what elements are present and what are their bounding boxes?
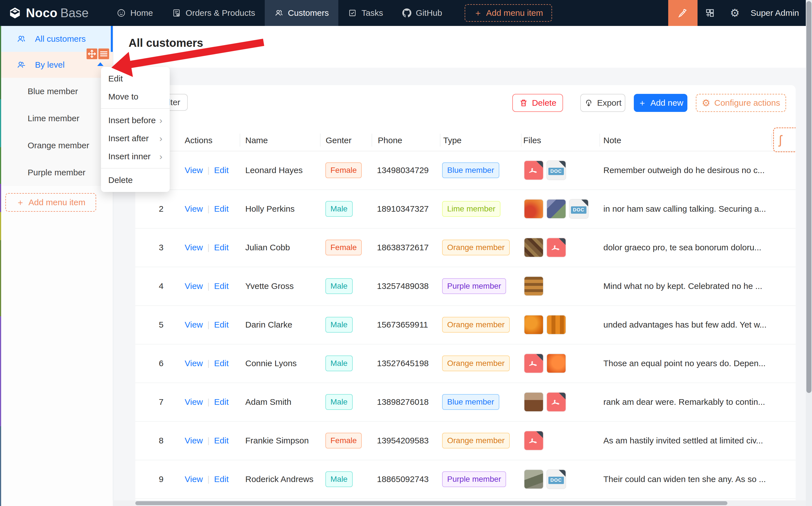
member-type-tag: Lime member: [442, 201, 500, 217]
menu-item-insert-inner[interactable]: Insert inner›: [101, 148, 170, 165]
nav-item-customers[interactable]: Customers: [265, 0, 338, 26]
image-orange-fruit-thumbnail[interactable]: [546, 353, 566, 373]
menu-item-move-to[interactable]: Move to: [101, 88, 170, 106]
user-menu[interactable]: Super Admin: [747, 8, 812, 18]
top-navbar: Noco Base HomeOrders & ProductsCustomers…: [0, 0, 812, 26]
image-cafe-thumbnail[interactable]: [524, 469, 544, 489]
image-oranges-thumbnail[interactable]: [524, 315, 544, 335]
delete-button-label: Delete: [532, 98, 557, 108]
view-link[interactable]: View: [185, 281, 203, 291]
view-link[interactable]: View: [185, 436, 203, 445]
image-coffee-thumbnail[interactable]: [524, 392, 544, 412]
vertical-scrollbar-thumb[interactable]: [806, 1, 811, 393]
edit-link[interactable]: Edit: [214, 281, 229, 291]
export-button[interactable]: Export: [580, 94, 625, 112]
edit-link[interactable]: Edit: [214, 320, 229, 330]
edit-link[interactable]: Edit: [214, 397, 229, 407]
menu-item-label: Edit: [108, 74, 123, 83]
table-header-row: ʃ ActionsNameGenterPhoneTypeFilesNote: [135, 130, 796, 151]
brand-logo[interactable]: Noco Base: [0, 6, 99, 20]
settings-button[interactable]: ⚙: [722, 0, 747, 26]
navbar-add-menu-item-button[interactable]: ＋ Add menu item: [465, 4, 552, 22]
sidebar-sub-item-lime-member[interactable]: Lime member: [0, 105, 113, 132]
menu-item-insert-before[interactable]: Insert before›: [101, 111, 170, 130]
edit-link[interactable]: Edit: [214, 358, 229, 368]
pdf-file-icon[interactable]: [546, 238, 566, 257]
view-link[interactable]: View: [185, 320, 203, 330]
row-actions: View|Edit: [185, 151, 229, 189]
sidebar-sub-item-purple-member[interactable]: Purple member: [0, 159, 113, 186]
sidebar-item-by-level[interactable]: By level: [0, 52, 113, 78]
drag-move-icon[interactable]: [87, 49, 97, 59]
column-separator: [240, 134, 240, 147]
column-header-name[interactable]: Name: [245, 130, 268, 151]
nav-item-tasks[interactable]: Tasks: [338, 0, 393, 26]
view-link[interactable]: View: [185, 358, 203, 368]
edit-link[interactable]: Edit: [214, 243, 229, 252]
column-separator: [772, 134, 772, 147]
menu-item-edit[interactable]: Edit: [101, 70, 170, 88]
sidebar-sub-item-blue-member[interactable]: Blue member: [0, 78, 113, 105]
ui-editor-button[interactable]: [668, 0, 698, 26]
row-number: 4: [147, 267, 164, 305]
image-grapes-thumbnail[interactable]: [546, 199, 566, 219]
delete-button[interactable]: Delete: [512, 94, 563, 112]
phone-number: 13498034729: [377, 151, 429, 189]
view-link[interactable]: View: [185, 397, 203, 407]
customer-name: Darin Clarke: [245, 305, 293, 344]
image-cookies-thumbnail[interactable]: [524, 276, 544, 296]
horizontal-scrollbar[interactable]: [113, 500, 806, 506]
doc-file-icon[interactable]: DOC: [569, 199, 589, 219]
nav-item-github[interactable]: GitHub: [393, 0, 452, 26]
view-link[interactable]: View: [185, 204, 203, 214]
sidebar-add-menu-item-button[interactable]: ＋ Add menu item: [5, 193, 96, 212]
image-fruit-thumbnail[interactable]: [524, 199, 544, 219]
type-cell: Lime member: [442, 189, 500, 228]
pdf-file-icon[interactable]: [546, 392, 566, 412]
add-new-button[interactable]: ＋ Add new: [634, 94, 687, 112]
column-header-type[interactable]: Type: [443, 130, 462, 151]
edit-link[interactable]: Edit: [214, 165, 229, 175]
menu-item-insert-after[interactable]: Insert after›: [101, 130, 170, 148]
pdf-file-icon[interactable]: [524, 353, 544, 373]
view-link[interactable]: View: [185, 243, 203, 252]
doc-file-icon[interactable]: DOC: [546, 160, 566, 180]
orders-icon: [172, 8, 181, 17]
menu-item-delete[interactable]: Delete: [101, 171, 170, 189]
configure-columns-button[interactable]: ʃ: [773, 128, 796, 152]
table-row: 9View|EditRoderick AndrewsMale1886509274…: [135, 460, 796, 499]
pdf-file-icon[interactable]: [524, 431, 544, 450]
image-food-thumbnail[interactable]: [524, 238, 544, 257]
sidebar-item-label: By level: [35, 60, 65, 70]
doc-file-icon[interactable]: DOC: [546, 469, 566, 489]
nav-item-label: Home: [130, 8, 153, 18]
user-group-minus-icon: [16, 60, 26, 70]
column-header-note[interactable]: Note: [603, 130, 621, 151]
desktop-edge-strip: [0, 26, 1, 506]
column-header-actions[interactable]: Actions: [185, 130, 212, 151]
edit-link[interactable]: Edit: [214, 475, 229, 484]
view-link[interactable]: View: [185, 475, 203, 484]
column-header-phone[interactable]: Phone: [378, 130, 402, 151]
column-header-gender[interactable]: Genter: [326, 130, 351, 151]
plugin-manager-button[interactable]: [698, 0, 722, 26]
nav-item-orders-products[interactable]: Orders & Products: [162, 0, 265, 26]
pdf-file-icon[interactable]: [524, 160, 544, 180]
image-oranges-crate-thumbnail[interactable]: [546, 315, 566, 335]
sidebar-item-all-customers[interactable]: All customers: [0, 26, 113, 52]
link-separator: |: [207, 358, 210, 368]
gender-tag: Male: [325, 317, 353, 333]
member-type-tag: Blue member: [442, 394, 499, 410]
link-separator: |: [207, 320, 210, 330]
view-link[interactable]: View: [185, 165, 203, 175]
gear-icon: ⚙: [702, 97, 710, 108]
sidebar-sub-item-orange-member[interactable]: Orange member: [0, 132, 113, 159]
column-header-files[interactable]: Files: [523, 130, 541, 151]
nav-item-home[interactable]: Home: [107, 0, 162, 26]
horizontal-scrollbar-thumb[interactable]: [135, 501, 727, 505]
vertical-scrollbar[interactable]: [806, 0, 812, 506]
edit-link[interactable]: Edit: [214, 204, 229, 214]
menu-designer-icon[interactable]: [98, 49, 109, 59]
configure-actions-button[interactable]: ⚙ Configure actions: [696, 94, 786, 112]
edit-link[interactable]: Edit: [214, 436, 229, 445]
